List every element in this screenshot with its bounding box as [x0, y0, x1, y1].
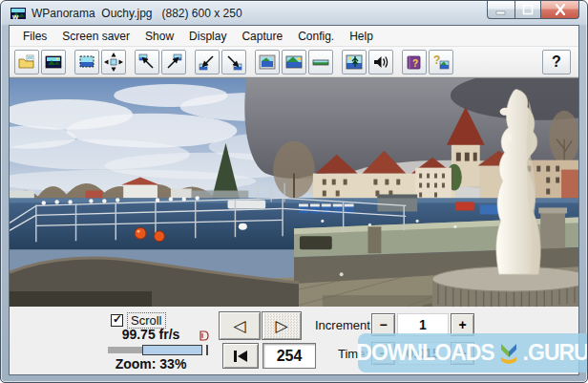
close-icon [554, 4, 567, 15]
fit-window-icon[interactable] [255, 50, 280, 74]
full-view-icon[interactable] [282, 50, 306, 74]
step-right-icon[interactable] [221, 50, 246, 74]
framerate-value: 99.75 fr/s [101, 327, 200, 342]
panorama-viewport[interactable] [10, 77, 578, 307]
left-triangle-icon: ◁ [233, 318, 245, 334]
menu-show[interactable]: Show [137, 28, 181, 45]
sound-icon[interactable] [368, 50, 393, 74]
scroll-right-button[interactable]: ▷ [262, 311, 302, 340]
watermark-text-left: DOWNLOADS [356, 340, 494, 366]
pan-arrows-icon[interactable] [101, 50, 126, 74]
panorama-file-icon[interactable] [41, 50, 66, 74]
slider-thumb[interactable] [142, 345, 202, 355]
scroll-left-button[interactable]: ◁ [219, 311, 261, 340]
context-help-icon[interactable]: ? [429, 50, 453, 74]
stretch-width-icon[interactable] [308, 50, 333, 74]
svg-text:?: ? [412, 57, 418, 68]
scroll-to-left-icon[interactable] [135, 50, 159, 74]
menu-bar: Files Screen saver Show Display Capture … [10, 26, 578, 47]
close-button[interactable] [541, 1, 579, 19]
window-title: WPanorama Ouchy.jpg (882) 600 x 250 [32, 7, 242, 20]
maximize-icon [521, 4, 535, 15]
scroll-label[interactable]: Scroll [128, 313, 165, 328]
framerate-meter-icon [199, 330, 209, 341]
maximize-button[interactable] [514, 1, 541, 19]
panorama-image [10, 78, 578, 307]
watermark-download-logo-icon [497, 342, 520, 365]
slider-end-tick [206, 345, 208, 355]
app-icon: w [10, 6, 26, 21]
svg-text:w: w [11, 11, 19, 20]
svg-text:?: ? [433, 53, 440, 67]
watermark: DOWNLOADS .GURU [358, 333, 587, 372]
copy-image-icon[interactable] [74, 50, 99, 74]
open-folder-icon[interactable] [14, 50, 39, 74]
right-triangle-icon: ▷ [275, 318, 287, 334]
menu-files[interactable]: Files [15, 28, 54, 45]
help-book-icon[interactable]: ? [402, 50, 427, 74]
menu-capture[interactable]: Capture [234, 28, 290, 45]
slideshow-tree-icon[interactable] [342, 50, 367, 74]
title-bar[interactable]: w WPanorama Ouchy.jpg (882) 600 x 250 [9, 1, 579, 25]
menu-screen-saver[interactable]: Screen saver [54, 28, 137, 45]
app-window: w WPanorama Ouchy.jpg (882) 600 x 250 [0, 0, 588, 383]
watermark-text-right: .GURU [523, 340, 588, 366]
rewind-button[interactable] [222, 343, 259, 369]
minimize-icon [494, 4, 508, 15]
scroll-to-right-icon[interactable] [161, 50, 186, 74]
zoom-slider[interactable] [108, 345, 208, 355]
zoom-value: Zoom: 33% [101, 356, 200, 372]
increment-label: Increment [315, 318, 370, 332]
menu-display[interactable]: Display [181, 28, 234, 45]
rewind-icon [231, 349, 250, 364]
caption-buttons [487, 1, 579, 19]
menu-config[interactable]: Config. [290, 28, 342, 45]
client-area: Files Screen saver Show Display Capture … [9, 25, 579, 375]
slider-track [108, 347, 146, 353]
foreground-wall [10, 258, 299, 307]
help-button[interactable]: ? [542, 50, 571, 74]
minimize-button[interactable] [487, 1, 514, 19]
step-left-icon[interactable] [195, 50, 220, 74]
toolbar: ? ? ? [10, 47, 578, 77]
scroll-checkbox[interactable] [111, 314, 123, 327]
scroll-toggle: Scroll [111, 313, 165, 328]
menu-help[interactable]: Help [342, 28, 381, 45]
frame-counter: 254 [262, 343, 316, 369]
